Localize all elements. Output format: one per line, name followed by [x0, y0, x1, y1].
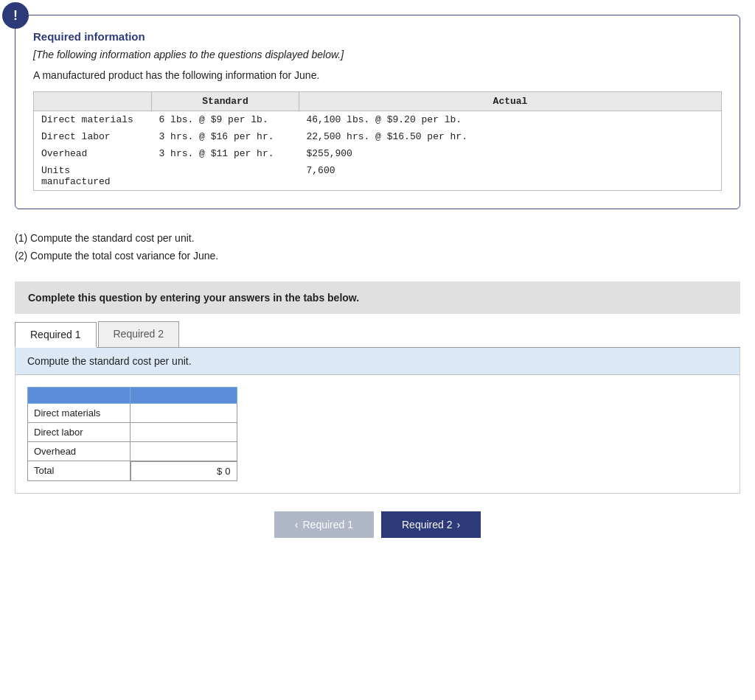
answer-row-total: Total $ 0: [28, 461, 237, 481]
tabs-container: Required 1 Required 2: [15, 321, 740, 348]
answer-table-header-row: [28, 387, 237, 403]
row-actual-direct-materials: 46,100 lbs. @ $9.20 per lb.: [299, 111, 722, 129]
tab-instruction: Compute the standard cost per unit.: [15, 348, 740, 375]
next-arrow-icon: ›: [457, 519, 461, 531]
row-label-units: Units manufactured: [34, 162, 152, 191]
answer-input-overhead[interactable]: [130, 441, 237, 461]
answer-row-overhead: Overhead: [28, 441, 237, 461]
next-button[interactable]: Required 2 ›: [381, 511, 481, 538]
answer-header-label-col: [28, 387, 131, 403]
tab-content-required-1: Compute the standard cost per unit. Dire…: [15, 348, 740, 494]
total-value: 0: [225, 466, 230, 477]
tab-required-2[interactable]: Required 2: [98, 321, 180, 347]
prev-arrow-icon: ‹: [295, 519, 299, 531]
answer-total-value: $ 0: [131, 461, 237, 481]
table-row: Direct materials 6 lbs. @ $9 per lb. 46,…: [34, 111, 722, 129]
info-icon: !: [2, 2, 29, 29]
prev-button-label: Required 1: [303, 519, 354, 531]
answer-input-direct-labor[interactable]: [130, 422, 237, 441]
info-data-table: Standard Actual Direct materials 6 lbs. …: [33, 91, 722, 191]
prev-button[interactable]: ‹ Required 1: [274, 511, 374, 538]
question-2: (2) Compute the total cost variance for …: [15, 248, 740, 265]
table-row: Overhead 3 hrs. @ $11 per hr. $255,900: [34, 145, 722, 162]
answer-label-overhead: Overhead: [28, 441, 131, 461]
row-std-units: [152, 162, 299, 191]
row-actual-direct-labor: 22,500 hrs. @ $16.50 per hr.: [299, 128, 722, 145]
row-actual-overhead: $255,900: [299, 145, 722, 162]
info-italic-text: [The following information applies to th…: [33, 49, 722, 60]
table-row: Direct labor 3 hrs. @ $16 per hr. 22,500…: [34, 128, 722, 145]
table-header-actual: Actual: [299, 92, 722, 111]
answer-label-direct-labor: Direct labor: [28, 422, 131, 441]
table-header-standard: Standard: [152, 92, 299, 111]
questions-section: (1) Compute the standard cost per unit. …: [15, 230, 740, 265]
complete-question-box: Complete this question by entering your …: [15, 281, 740, 314]
total-currency: $: [217, 466, 222, 477]
row-actual-units: 7,600: [299, 162, 722, 191]
tab-required-1[interactable]: Required 1: [15, 322, 97, 348]
info-box: ! Required information [The following in…: [15, 15, 740, 209]
answer-input-direct-materials[interactable]: [130, 403, 237, 422]
answer-header-value-col: [130, 387, 237, 403]
row-std-overhead: 3 hrs. @ $11 per hr.: [152, 145, 299, 162]
nav-buttons: ‹ Required 1 Required 2 ›: [15, 511, 740, 538]
row-label-overhead: Overhead: [34, 145, 152, 162]
row-label-direct-materials: Direct materials: [34, 111, 152, 129]
direct-labor-input[interactable]: [136, 427, 232, 438]
row-label-direct-labor: Direct labor: [34, 128, 152, 145]
answer-label-direct-materials: Direct materials: [28, 403, 131, 422]
row-std-direct-labor: 3 hrs. @ $16 per hr.: [152, 128, 299, 145]
answer-section: Direct materials Direct labor Overhead: [15, 375, 740, 494]
required-info-title: Required information: [33, 30, 722, 43]
answer-label-total: Total: [28, 461, 131, 481]
answer-table: Direct materials Direct labor Overhead: [27, 387, 237, 482]
overhead-input[interactable]: [136, 446, 232, 457]
table-header-label: [34, 92, 152, 111]
info-description: A manufactured product has the following…: [33, 69, 722, 81]
direct-materials-input[interactable]: [136, 407, 232, 419]
answer-row-direct-labor: Direct labor: [28, 422, 237, 441]
table-row: Units manufactured 7,600: [34, 162, 722, 191]
row-std-direct-materials: 6 lbs. @ $9 per lb.: [152, 111, 299, 129]
question-1: (1) Compute the standard cost per unit.: [15, 230, 740, 248]
answer-row-direct-materials: Direct materials: [28, 403, 237, 422]
next-button-label: Required 2: [402, 519, 453, 531]
